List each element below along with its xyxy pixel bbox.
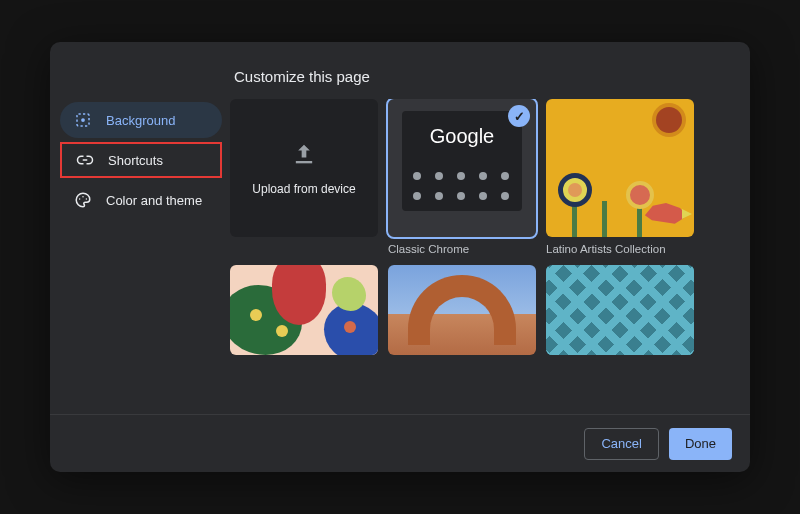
sidebar-item-label: Background [106,113,175,128]
dialog-title: Customize this page [230,42,750,99]
sidebar-item-label: Shortcuts [108,153,163,168]
thumbnail-arch [388,265,536,355]
tile-caption: Classic Chrome [388,243,536,257]
dialog-body: Background Shortcuts [50,42,750,414]
background-option-geometric[interactable] [546,265,694,355]
upload-from-device[interactable]: Upload from device [230,99,378,237]
background-option-latino-artists[interactable] [546,99,694,237]
tile-arch [388,265,536,355]
tile-geometric [546,265,694,355]
svg-point-2 [79,198,81,200]
cancel-button[interactable]: Cancel [584,428,658,460]
upload-label: Upload from device [252,182,355,196]
tile-abstract-blobs [230,265,378,355]
backgrounds-grid: Upload from device Google [230,99,738,355]
selected-check-icon [508,105,530,127]
tile-caption: Latino Artists Collection [546,243,694,257]
svg-point-1 [81,118,85,122]
background-option-landscape[interactable] [388,265,536,355]
tile-caption [230,243,378,257]
svg-rect-5 [296,161,312,163]
tile-latino-artists: Latino Artists Collection [546,99,694,257]
tile-upload: Upload from device [230,99,378,257]
google-logo-text: Google [430,125,495,148]
svg-point-4 [86,198,88,200]
done-button[interactable]: Done [669,428,732,460]
thumbnail-geometric [546,265,694,355]
main-panel: Customize this page Upload from device [230,42,750,414]
customize-dialog: Background Shortcuts [50,42,750,472]
upload-icon [290,140,318,168]
sidebar-item-background[interactable]: Background [60,102,222,138]
svg-point-3 [82,196,84,198]
sidebar-item-label: Color and theme [106,193,202,208]
sidebar: Background Shortcuts [50,42,230,414]
palette-icon [74,191,92,209]
thumbnail-blobs [230,265,378,355]
tile-classic-chrome: Google Classic Chrome [388,99,536,257]
dialog-footer: Cancel Done [50,414,750,472]
background-option-abstract[interactable] [230,265,378,355]
sidebar-item-color-theme[interactable]: Color and theme [60,182,222,218]
preview-shortcuts [413,172,511,202]
link-icon [76,151,94,169]
backgrounds-scroll[interactable]: Upload from device Google [230,99,750,414]
thumbnail-latino [546,99,694,237]
sidebar-item-shortcuts[interactable]: Shortcuts [60,142,222,178]
classic-chrome-preview: Google [402,111,522,211]
image-frame-icon [74,111,92,129]
background-option-classic-chrome[interactable]: Google [388,99,536,237]
